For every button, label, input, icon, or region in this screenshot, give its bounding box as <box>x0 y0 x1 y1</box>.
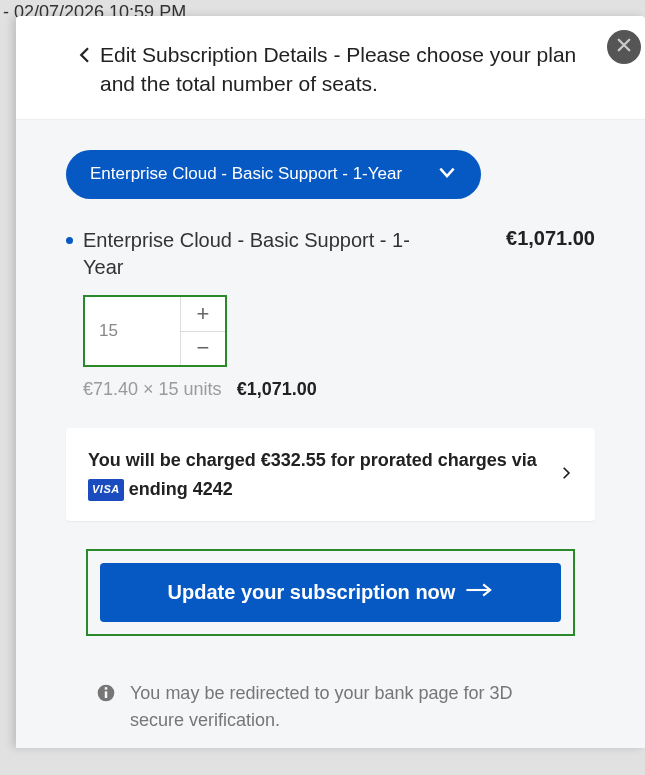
charge-prefix: You will be charged <box>88 450 261 470</box>
charge-amount: €332.55 <box>261 450 326 470</box>
info-icon <box>96 680 116 708</box>
line-item-calculation: €71.40 × 15 units €1,071.00 <box>83 379 595 400</box>
footer-note: You may be redirected to your bank page … <box>130 680 545 734</box>
quantity-input[interactable] <box>85 297 180 365</box>
card-brand-badge: VISA <box>88 479 124 501</box>
back-button[interactable] <box>76 44 94 70</box>
quantity-stepper: + − <box>83 295 227 367</box>
line-item: Enterprise Cloud - Basic Support - 1-Yea… <box>66 227 595 400</box>
modal-footer: You may be redirected to your bank page … <box>66 664 595 748</box>
minus-icon: − <box>197 335 210 361</box>
subscription-modal: Edit Subscription Details - Please choos… <box>16 16 645 748</box>
line-item-price: €1,071.00 <box>506 227 595 250</box>
charge-suffix: ending 4242 <box>124 479 233 499</box>
modal-title: Edit Subscription Details - Please choos… <box>100 40 585 99</box>
svg-rect-3 <box>105 688 108 691</box>
chevron-left-icon <box>76 52 94 69</box>
charge-mid: for prorated charges via <box>326 450 537 470</box>
modal-body: Enterprise Cloud - Basic Support - 1-Yea… <box>16 120 645 748</box>
plus-icon: + <box>197 301 210 327</box>
svg-rect-2 <box>105 692 108 699</box>
chevron-down-icon <box>437 162 457 187</box>
quantity-increase-button[interactable]: + <box>181 297 225 331</box>
chevron-right-icon <box>559 463 573 487</box>
update-button-highlight: Update your subscription now <box>86 549 575 636</box>
line-item-name: Enterprise Cloud - Basic Support - 1-Yea… <box>83 227 423 281</box>
update-subscription-button[interactable]: Update your subscription now <box>100 563 561 622</box>
plan-select-label: Enterprise Cloud - Basic Support - 1-Yea… <box>90 164 402 184</box>
close-icon <box>615 36 633 58</box>
line-item-subtotal: €1,071.00 <box>237 379 317 399</box>
arrow-right-icon <box>465 581 493 604</box>
modal-header: Edit Subscription Details - Please choos… <box>16 16 645 120</box>
quantity-decrease-button[interactable]: − <box>181 331 225 365</box>
update-button-label: Update your subscription now <box>168 581 456 604</box>
unit-price-text: €71.40 × 15 units <box>83 379 222 399</box>
close-button[interactable] <box>607 30 641 64</box>
plan-select-dropdown[interactable]: Enterprise Cloud - Basic Support - 1-Yea… <box>66 150 481 199</box>
bullet-icon <box>66 237 73 244</box>
charge-summary-text: You will be charged €332.55 for prorated… <box>88 446 551 504</box>
charge-summary-card[interactable]: You will be charged €332.55 for prorated… <box>66 428 595 522</box>
